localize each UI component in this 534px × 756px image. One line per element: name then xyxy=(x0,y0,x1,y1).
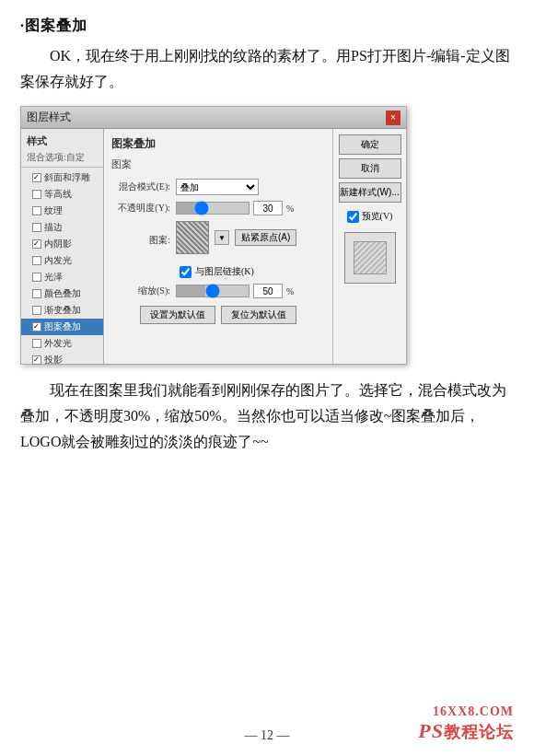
preview-checkbox[interactable] xyxy=(347,211,359,223)
dialog-title: 图层样式 xyxy=(27,110,71,125)
page-number: — 12 — xyxy=(245,728,290,743)
opacity-label: 不透明度(Y): xyxy=(111,202,176,215)
pattern-dropdown-button[interactable]: ▼ xyxy=(215,230,229,245)
watermark-site: 16XX8.COM xyxy=(418,704,514,719)
scale-row: 缩放(S): % xyxy=(111,284,325,298)
styles-header: 样式 xyxy=(21,133,103,150)
dialog-close-button[interactable]: × xyxy=(386,110,400,125)
scale-input[interactable] xyxy=(253,284,283,298)
bottom-btn-row: 设置为默认值 复位为默认值 xyxy=(111,306,325,324)
style-checkbox-stroke xyxy=(32,223,41,232)
styles-panel: 样式 混合选项:自定 斜面和浮雕 等高线 纹理 描边 xyxy=(21,129,104,364)
intro-paragraph: OK，现在终于用上刚刚找的纹路的素材了。用PS打开图片-编辑-定义图案保存就好了… xyxy=(20,43,514,95)
style-checkbox-color-overlay xyxy=(32,289,41,298)
snap-to-origin-button[interactable]: 贴紧原点(A) xyxy=(235,229,296,246)
preview-row: 预览(V) xyxy=(347,210,393,223)
style-item-contour[interactable]: 等高线 xyxy=(21,186,103,203)
style-checkbox-gradient-overlay xyxy=(32,306,41,315)
blend-mode-select[interactable]: 叠加 xyxy=(176,179,259,195)
style-item-pattern-overlay[interactable]: 图案叠加 xyxy=(21,319,103,335)
style-item-outer-glow[interactable]: 外发光 xyxy=(21,335,103,352)
dialog-titlebar: 图层样式 × xyxy=(21,107,406,129)
style-checkbox-contour xyxy=(32,190,41,199)
style-item-stroke[interactable]: 描边 xyxy=(21,219,103,236)
watermark-forum: PS教程论坛 xyxy=(418,719,514,743)
dialog-body: 样式 混合选项:自定 斜面和浮雕 等高线 纹理 描边 xyxy=(21,129,406,364)
style-checkbox-bevel xyxy=(32,173,41,182)
style-item-bevel[interactable]: 斜面和浮雕 xyxy=(21,169,103,186)
style-item-color-overlay[interactable]: 颜色叠加 xyxy=(21,285,103,302)
ok-button[interactable]: 确定 xyxy=(339,134,401,155)
blend-label: 混合模式(E): xyxy=(111,180,176,193)
blend-mode-row: 混合模式(E): 叠加 xyxy=(111,179,325,195)
main-panel: 图案叠加 图案 混合模式(E): 叠加 不透明度(Y): % xyxy=(104,129,332,364)
scale-slider-wrap: % xyxy=(176,284,294,298)
new-style-button[interactable]: 新建样式(W)... xyxy=(339,182,401,203)
watermark-ps: PS xyxy=(418,719,444,742)
pattern-label: 图案: xyxy=(111,234,176,247)
style-checkbox-texture xyxy=(32,206,41,215)
opacity-slider-wrap: % xyxy=(176,201,294,215)
link-checkbox-row: 与图层链接(K) xyxy=(111,265,325,278)
pattern-preview xyxy=(176,221,209,254)
panel-subtitle: 图案 xyxy=(111,157,325,171)
pattern-picker-row: ▼ 贴紧原点(A) xyxy=(176,221,296,254)
pattern-row: 图案: ▼ 贴紧原点(A) xyxy=(111,221,325,260)
style-item-drop-shadow[interactable]: 投影 xyxy=(21,352,103,368)
bottom-paragraph: 现在在图案里我们就能看到刚刚保存的图片了。选择它，混合模式改为叠加，不透明度30… xyxy=(20,378,514,455)
scale-slider[interactable] xyxy=(176,285,250,297)
styles-subheader: 混合选项:自定 xyxy=(21,150,103,168)
opacity-row: 不透明度(Y): % xyxy=(111,201,325,215)
link-to-layer-checkbox[interactable] xyxy=(180,266,192,278)
style-checkbox-outer-glow xyxy=(32,339,41,348)
cancel-button[interactable]: 取消 xyxy=(339,158,401,179)
preview-box xyxy=(344,232,396,284)
section-title: ·图案叠加 xyxy=(20,17,514,36)
style-checkbox-pattern-overlay xyxy=(32,322,41,331)
opacity-percent: % xyxy=(286,204,294,214)
preview-label: 预览(V) xyxy=(362,210,393,223)
style-item-gradient-overlay[interactable]: 渐变叠加 xyxy=(21,302,103,319)
scale-percent: % xyxy=(286,286,294,297)
style-checkbox-inner-glow xyxy=(32,256,41,265)
action-panel: 确定 取消 新建样式(W)... 预览(V) xyxy=(332,129,406,364)
style-checkbox-inner-shadow xyxy=(32,239,41,249)
style-item-inner-glow[interactable]: 内发光 xyxy=(21,252,103,269)
watermark: 16XX8.COM PS教程论坛 xyxy=(418,704,514,743)
set-default-button[interactable]: 设置为默认值 xyxy=(140,306,215,324)
page-content: ·图案叠加 OK，现在终于用上刚刚找的纹路的素材了。用PS打开图片-编辑-定义图… xyxy=(0,0,534,516)
scale-label: 缩放(S): xyxy=(111,285,176,297)
reset-default-button[interactable]: 复位为默认值 xyxy=(221,306,296,324)
style-item-texture[interactable]: 纹理 xyxy=(21,203,103,219)
style-item-inner-shadow[interactable]: 内阴影 xyxy=(21,236,103,252)
opacity-input[interactable] xyxy=(253,201,283,215)
panel-title: 图案叠加 xyxy=(111,136,325,152)
watermark-forum-text: 教程论坛 xyxy=(444,723,514,741)
style-item-satin[interactable]: 光泽 xyxy=(21,269,103,285)
link-label: 与图层链接(K) xyxy=(195,265,254,278)
preview-thumbnail xyxy=(354,241,387,274)
style-checkbox-drop-shadow xyxy=(32,355,41,365)
opacity-slider[interactable] xyxy=(176,202,250,215)
style-checkbox-satin xyxy=(32,273,41,282)
dialog-screenshot: 图层样式 × 样式 混合选项:自定 斜面和浮雕 等高线 纹理 xyxy=(20,106,407,365)
